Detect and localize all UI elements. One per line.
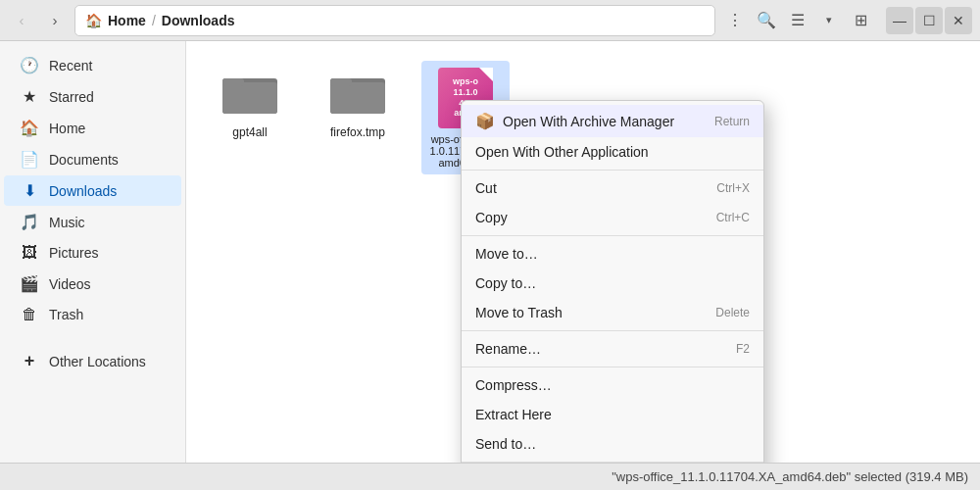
cm-open-other[interactable]: Open With Other Application xyxy=(462,137,763,167)
cm-compress[interactable]: Compress… xyxy=(462,370,763,400)
cm-copy-shortcut: Ctrl+C xyxy=(716,211,750,224)
search-button[interactable]: 🔍 xyxy=(753,7,780,34)
sidebar-label-pictures: Pictures xyxy=(49,245,99,261)
view-dropdown-button[interactable]: ▾ xyxy=(815,7,843,34)
cm-divider-3 xyxy=(462,330,763,331)
cm-move-trash-shortcut: Delete xyxy=(715,306,750,319)
home-icon: 🏠 xyxy=(85,13,102,28)
cm-rename-left: Rename… xyxy=(475,341,541,357)
path-separator: / xyxy=(152,13,156,28)
sidebar-item-home[interactable]: 🏠 Home xyxy=(4,113,181,143)
cm-cut-label: Cut xyxy=(475,180,497,196)
sidebar-item-trash[interactable]: 🗑 Trash xyxy=(4,300,181,329)
sidebar-item-starred[interactable]: ★ Starred xyxy=(4,81,181,112)
sidebar-item-videos[interactable]: 🎬 Videos xyxy=(4,269,181,299)
cm-open-archive-shortcut: Return xyxy=(714,115,750,128)
folder-icon-gpt4all xyxy=(222,67,277,122)
svg-rect-2 xyxy=(222,78,244,86)
sidebar-item-downloads[interactable]: ⬇ Downloads xyxy=(4,175,181,206)
cm-move-to-label: Move to… xyxy=(475,246,538,262)
list-view-button[interactable]: ☰ xyxy=(784,7,811,34)
file-name-gpt4all: gpt4all xyxy=(232,125,267,139)
home-nav-icon: 🏠 xyxy=(20,119,39,137)
sidebar-label-starred: Starred xyxy=(49,89,94,105)
file-name-firefox-tmp: firefox.tmp xyxy=(330,125,385,139)
more-button[interactable]: ⋮ xyxy=(721,7,749,34)
cm-cut-left: Cut xyxy=(475,180,497,196)
music-icon: 🎵 xyxy=(20,213,39,231)
cm-open-archive-left: 📦 Open With Archive Manager xyxy=(475,112,674,130)
sidebar-label-music: Music xyxy=(49,215,85,230)
close-button[interactable]: ✕ xyxy=(945,7,972,34)
grid-view-button[interactable]: ⊞ xyxy=(847,7,874,34)
path-bar[interactable]: 🏠 Home / Downloads xyxy=(74,5,715,36)
content-area: gpt4all firefox.tmp wps-o xyxy=(186,41,980,463)
sidebar-label-other-locations: Other Locations xyxy=(49,354,146,369)
cm-copy-label: Copy xyxy=(475,210,508,225)
sidebar-item-other-locations[interactable]: + Other Locations xyxy=(4,345,181,377)
cm-rename-label: Rename… xyxy=(475,341,541,357)
cm-compress-label: Compress… xyxy=(475,377,552,393)
maximize-button[interactable]: ☐ xyxy=(915,7,943,34)
back-button[interactable]: ‹ xyxy=(8,7,35,34)
cm-move-trash[interactable]: Move to Trash Delete xyxy=(462,298,763,327)
path-current: Downloads xyxy=(162,13,235,28)
cm-extract-here-left: Extract Here xyxy=(475,407,552,422)
cm-move-to-left: Move to… xyxy=(475,246,538,262)
starred-icon: ★ xyxy=(20,87,39,106)
cm-copy[interactable]: Copy Ctrl+C xyxy=(462,203,763,232)
videos-icon: 🎬 xyxy=(20,274,39,293)
titlebar-actions: ⋮ 🔍 ☰ ▾ ⊞ xyxy=(721,7,874,34)
forward-button[interactable]: › xyxy=(41,7,69,34)
cm-divider-5 xyxy=(462,462,763,463)
sidebar-item-music[interactable]: 🎵 Music xyxy=(4,207,181,237)
cm-rename-shortcut: F2 xyxy=(736,342,750,356)
sidebar-label-home: Home xyxy=(49,121,85,136)
sidebar-item-documents[interactable]: 📄 Documents xyxy=(4,144,181,174)
svg-rect-4 xyxy=(330,82,385,114)
trash-icon: 🗑 xyxy=(20,306,39,323)
file-item-gpt4all[interactable]: gpt4all xyxy=(206,61,294,174)
cm-move-to[interactable]: Move to… xyxy=(462,239,763,269)
cm-rename[interactable]: Rename… F2 xyxy=(462,334,763,364)
minimize-button[interactable]: — xyxy=(886,7,913,34)
context-menu: 📦 Open With Archive Manager Return Open … xyxy=(461,100,764,463)
sidebar-item-pictures[interactable]: 🖼 Pictures xyxy=(4,238,181,268)
cm-cut[interactable]: Cut Ctrl+X xyxy=(462,173,763,203)
sidebar: 🕐 Recent ★ Starred 🏠 Home 📄 Documents ⬇ … xyxy=(0,41,186,463)
file-item-firefox-tmp[interactable]: firefox.tmp xyxy=(314,61,402,174)
sidebar-label-trash: Trash xyxy=(49,307,83,322)
cm-move-trash-left: Move to Trash xyxy=(475,305,563,320)
sidebar-item-recent[interactable]: 🕐 Recent xyxy=(4,50,181,80)
cm-divider-2 xyxy=(462,235,763,236)
cm-open-archive-label: Open With Archive Manager xyxy=(503,114,674,129)
statusbar-text: "wps-office_11.1.0.11704.XA_amd64.deb" s… xyxy=(612,469,968,484)
downloads-icon: ⬇ xyxy=(20,181,39,200)
cm-extract-here[interactable]: Extract Here xyxy=(462,400,763,429)
cm-divider-1 xyxy=(462,170,763,171)
window-controls: — ☐ ✕ xyxy=(886,7,972,34)
sidebar-label-videos: Videos xyxy=(49,276,91,292)
sidebar-label-downloads: Downloads xyxy=(49,183,117,199)
cm-send-to-left: Send to… xyxy=(475,436,536,452)
cm-copy-to-label: Copy to… xyxy=(475,275,536,291)
path-home: Home xyxy=(108,13,146,28)
svg-rect-5 xyxy=(330,78,352,86)
archive-manager-icon: 📦 xyxy=(475,112,495,130)
cm-compress-left: Compress… xyxy=(475,377,552,393)
cm-copy-to[interactable]: Copy to… xyxy=(462,269,763,298)
cm-copy-to-left: Copy to… xyxy=(475,275,536,291)
main-area: 🕐 Recent ★ Starred 🏠 Home 📄 Documents ⬇ … xyxy=(0,41,980,463)
pictures-icon: 🖼 xyxy=(20,244,39,262)
cm-open-archive[interactable]: 📦 Open With Archive Manager Return xyxy=(462,105,763,137)
sidebar-label-recent: Recent xyxy=(49,58,92,74)
cm-copy-left: Copy xyxy=(475,210,508,225)
titlebar: ‹ › 🏠 Home / Downloads ⋮ 🔍 ☰ ▾ ⊞ — ☐ ✕ xyxy=(0,0,980,41)
cm-send-to[interactable]: Send to… xyxy=(462,429,763,459)
documents-icon: 📄 xyxy=(20,150,39,169)
cm-cut-shortcut: Ctrl+X xyxy=(716,181,750,195)
recent-icon: 🕐 xyxy=(20,56,39,74)
cm-move-trash-label: Move to Trash xyxy=(475,305,563,320)
cm-extract-here-label: Extract Here xyxy=(475,407,552,422)
cm-open-other-left: Open With Other Application xyxy=(475,144,649,160)
